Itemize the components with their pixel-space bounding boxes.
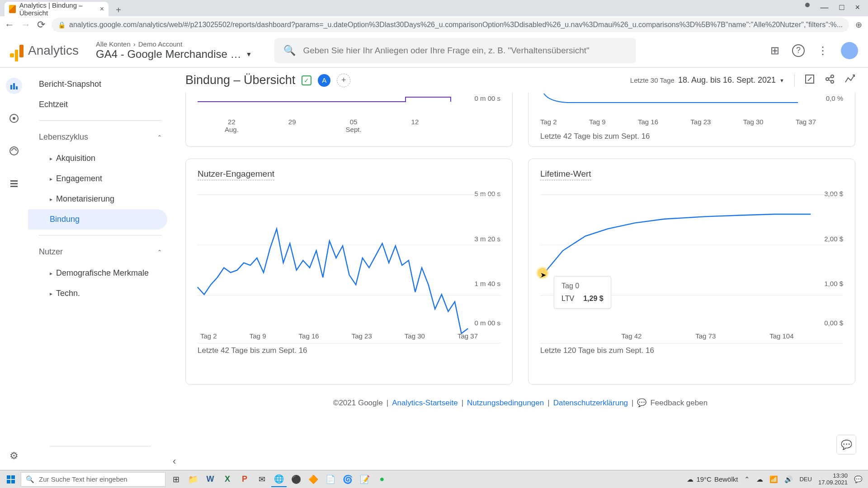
taskbar-weather[interactable]: ☁ 19°C Bewölkt xyxy=(687,475,738,483)
ltv-chart[interactable]: 3,00 $ 2,00 $ 1,00 $ 0,00 $ ➤ Tag 0 xyxy=(540,189,843,329)
customize-report-icon[interactable] xyxy=(805,74,815,87)
excel-icon[interactable]: X xyxy=(220,472,235,487)
edge-icon[interactable]: 🌀 xyxy=(340,472,355,487)
add-comparison-button[interactable]: + xyxy=(337,74,350,87)
card-user-engagement: Nutzer-Engagement 5 m 00 s 3 m 20 s 1 m … xyxy=(185,159,513,385)
sidebar-item-retention[interactable]: Bindung xyxy=(28,209,167,230)
caret-right-icon: ▸ xyxy=(50,270,52,277)
svg-rect-8 xyxy=(10,186,18,187)
caret-right-icon: ▸ xyxy=(50,291,52,297)
minimize-icon[interactable]: — xyxy=(821,3,829,12)
share-icon[interactable] xyxy=(825,74,835,87)
browser-tab-active[interactable]: Analytics | Bindung – Übersicht × xyxy=(5,2,108,16)
sidebar-item-tech[interactable]: ▸Techn. xyxy=(28,283,173,304)
obs-icon[interactable]: ⚫ xyxy=(288,472,304,487)
sidebar-item-engagement[interactable]: ▸Engagement xyxy=(28,169,173,189)
footer-link-terms[interactable]: Nutzungsbedingungen xyxy=(467,399,544,408)
date-range-selector[interactable]: Letzte 30 Tage 18. Aug. bis 16. Sept. 20… xyxy=(630,75,784,85)
card-footer: Letzte 42 Tage bis zum Sept. 16 xyxy=(198,346,500,355)
account-selector[interactable]: Alle Konten › Demo Account GA4 - Google … xyxy=(96,40,252,61)
maximize-icon[interactable]: □ xyxy=(840,3,844,12)
ga-logo[interactable]: Analytics xyxy=(10,43,79,58)
app-icon-2[interactable]: 📄 xyxy=(323,472,338,487)
help-icon[interactable]: ? xyxy=(792,44,805,57)
tray-wifi-icon[interactable]: 📶 xyxy=(769,475,778,483)
tray-chevron-icon[interactable]: ⌃ xyxy=(744,475,750,483)
taskbar-search[interactable]: 🔍 Zur Suche Text hier eingeben xyxy=(21,472,165,487)
tray-notifications-icon[interactable]: 💬 xyxy=(854,475,863,483)
address-bar[interactable]: 🔒 analytics.google.com/analytics/web/#/p… xyxy=(52,18,849,32)
xtick: 22 Aug. xyxy=(225,118,239,133)
word-icon[interactable]: W xyxy=(203,472,218,487)
sidebar-sub-label: Bindung xyxy=(50,215,80,224)
rail-explore-icon[interactable] xyxy=(6,110,22,127)
product-name: Analytics xyxy=(28,43,79,58)
sidebar-group-user[interactable]: Nutzer ⌃ xyxy=(28,241,173,263)
close-window-icon[interactable]: × xyxy=(855,3,860,12)
sidebar-item-snapshot[interactable]: Bericht-Snapshot xyxy=(28,74,173,94)
svg-rect-0 xyxy=(10,85,12,89)
main-content: Bindung – Übersicht ✓ A + Letzte 30 Tage… xyxy=(173,68,868,470)
mini-left-yvalue: 0 m 00 s xyxy=(474,94,500,102)
mail-icon[interactable]: ✉ xyxy=(254,472,269,487)
new-tab-button[interactable]: + xyxy=(112,4,125,16)
sidebar-group-label: Lebenszyklus xyxy=(39,132,88,142)
footer-link-privacy[interactable]: Datenschutzerklärung xyxy=(553,399,628,408)
sidebar-collapse-icon[interactable]: ‹ xyxy=(173,455,176,467)
taskbar-search-placeholder: Zur Suche Text hier eingeben xyxy=(39,475,127,483)
insights-icon[interactable] xyxy=(844,74,855,87)
clock-date: 17.09.2021 xyxy=(818,479,848,486)
chevron-down-icon: ▼ xyxy=(246,51,252,58)
tray-onedrive-icon[interactable]: ☁ xyxy=(756,475,763,483)
xtick: Tag 23 xyxy=(690,118,711,126)
sidebar-item-monetization[interactable]: ▸Monetarisierung xyxy=(28,189,173,209)
zoom-icon[interactable]: ⊕ xyxy=(855,20,862,30)
notepad-icon[interactable]: 📝 xyxy=(357,472,373,487)
rail-configure-icon[interactable] xyxy=(6,175,22,192)
back-icon[interactable]: ← xyxy=(5,19,14,31)
rail-advertising-icon[interactable] xyxy=(6,143,22,159)
sidebar-item-acquisition[interactable]: ▸Akquisition xyxy=(28,148,173,169)
footer-link-home[interactable]: Analytics-Startseite xyxy=(392,399,458,408)
xtick: Tag 16 xyxy=(638,118,658,126)
forward-icon[interactable]: → xyxy=(21,19,31,31)
start-button[interactable] xyxy=(2,472,20,487)
rail-reports-icon[interactable] xyxy=(6,78,22,94)
kebab-menu-icon[interactable]: ⋮ xyxy=(817,44,828,57)
apps-grid-icon[interactable]: ⊞ xyxy=(770,44,779,57)
ga-header: Analytics Alle Konten › Demo Account GA4… xyxy=(0,33,868,68)
chrome-icon[interactable]: 🌐 xyxy=(271,472,287,487)
task-view-icon[interactable]: ⊞ xyxy=(168,472,184,487)
rail-admin-gear-icon[interactable]: ⚙ xyxy=(9,450,19,462)
svg-rect-6 xyxy=(10,180,18,182)
url-bar: ← → ⟳ 🔒 analytics.google.com/analytics/w… xyxy=(0,16,868,33)
sidebar-item-demographics[interactable]: ▸Demografische Merkmale xyxy=(28,263,173,283)
user-avatar[interactable] xyxy=(841,42,858,59)
svg-point-5 xyxy=(10,147,18,155)
tab-close-icon[interactable]: × xyxy=(100,5,104,13)
incognito-icon[interactable] xyxy=(805,3,810,7)
search-bar[interactable]: 🔍 xyxy=(274,38,636,63)
sidebar-group-label: Nutzer xyxy=(39,247,63,257)
file-explorer-icon[interactable]: 📁 xyxy=(185,472,201,487)
feedback-bubble-button[interactable]: 💬 xyxy=(836,435,856,455)
feedback-icon: 💬 xyxy=(637,398,646,408)
powerpoint-icon[interactable]: P xyxy=(237,472,252,487)
comparison-chip-all-users[interactable]: A xyxy=(318,74,330,87)
tray-volume-icon[interactable]: 🔊 xyxy=(784,475,793,483)
caret-right-icon: ▸ xyxy=(50,155,52,162)
taskbar-clock[interactable]: 13:30 17.09.2021 xyxy=(818,473,848,486)
search-icon: 🔍 xyxy=(26,475,34,483)
verified-badge-icon[interactable]: ✓ xyxy=(302,75,311,85)
tray-language[interactable]: DEU xyxy=(799,476,811,483)
mini-right-footer: Letzte 42 Tage bis zum Sept. 16 xyxy=(540,132,843,141)
sidebar-group-lifecycle[interactable]: Lebenszyklus ⌃ xyxy=(28,126,173,148)
reload-icon[interactable]: ⟳ xyxy=(37,19,45,31)
engagement-chart[interactable]: 5 m 00 s 3 m 20 s 1 m 40 s 0 m 00 s xyxy=(198,189,500,329)
app-icon-1[interactable]: 🔶 xyxy=(306,472,321,487)
spotify-icon[interactable]: ● xyxy=(374,472,390,487)
sidebar-item-realtime[interactable]: Echtzeit xyxy=(28,94,173,115)
sidebar-sub-label: Akquisition xyxy=(56,154,95,163)
footer-link-feedback[interactable]: Feedback geben xyxy=(650,399,708,408)
search-input[interactable] xyxy=(303,46,627,56)
